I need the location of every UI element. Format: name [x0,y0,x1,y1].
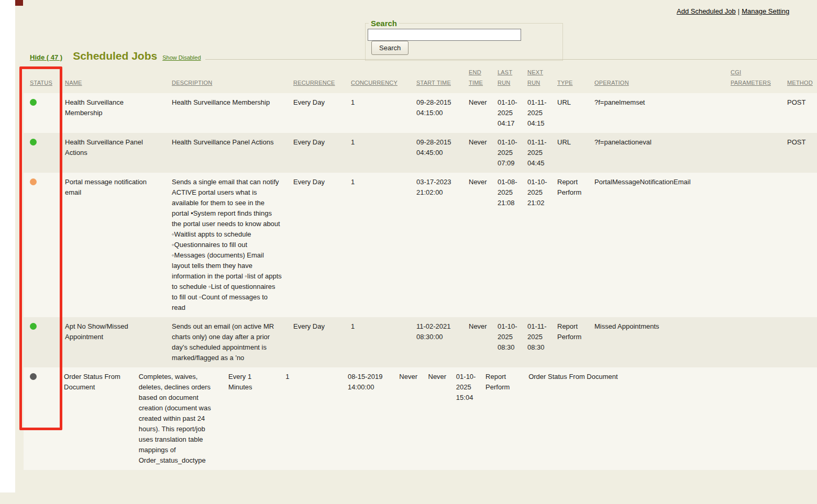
concurrency-cell: 1 [345,173,410,192]
add-scheduled-job-link[interactable]: Add Scheduled Job [677,7,736,15]
col-header-next-run: NEXT RUN [521,63,551,92]
col-header-description: DESCRIPTION [165,73,287,92]
recurrence-cell: Every Day [287,173,345,192]
scheduled-jobs-page: Add Scheduled Job|Manage Setting Search … [0,0,817,504]
status-cell [24,173,59,193]
fieldset-border-line [205,59,817,60]
table-row: Health Surveillance Panel Actions Health… [24,133,817,173]
recurrence-cell: Every 1 Minutes [222,367,279,397]
next-run-cell: 01-10-2025 21:02 [521,173,551,212]
scheduled-jobs-header: Hide ( 47 ) Scheduled Jobs Show Disabled [24,50,817,62]
status-cell [24,317,59,337]
start-time-cell: 03-17-2023 21:02:00 [410,173,462,202]
concurrency-cell: 1 [345,317,410,336]
type-cell: Report Perform [551,173,588,202]
col-header-cgi-parameters: CGI PARAMETERS [724,63,781,92]
last-run-cell: Never [422,367,450,386]
table-row: Apt No Show/Missed Appointment Sends out… [24,317,817,367]
status-dot[interactable] [30,139,37,145]
next-run-cell: 01-11-2025 04:45 [521,133,551,173]
status-dot[interactable] [30,178,37,185]
cgi-parameters-cell [724,133,781,141]
type-cell: Report Perform [551,317,588,346]
cgi-parameters-cell [733,367,788,376]
concurrency-cell: 1 [345,93,410,112]
col-header-end-time: END TIME [462,63,491,92]
page-title: Scheduled Jobs [73,50,157,62]
last-run-cell: 01-10-2025 07:09 [491,133,521,173]
recurrence-cell: Every Day [287,133,345,152]
table-row: Health Surveillance Membership Health Su… [24,93,817,133]
method-cell: POST [781,133,811,152]
start-time-cell: 09-28-2015 04:15:00 [410,93,462,122]
description-cell: Health Surveillance Panel Actions [165,133,287,152]
cgi-parameters-cell [724,173,781,181]
operation-cell: ?f=panelmemset [588,93,724,112]
table-row: Portal message notification email Sends … [24,173,817,317]
type-cell: Report Perform [479,367,522,397]
corner-marker [15,0,23,6]
next-run-cell: 01-11-2025 04:15 [521,93,551,133]
description-cell: Sends a single email that can notify ACT… [165,173,287,317]
status-cell [24,93,59,113]
col-header-method: METHOD [781,73,811,92]
start-time-cell: 08-15-2019 14:00:00 [341,367,393,397]
start-time-cell: 11-02-2021 08:30:00 [410,317,462,346]
end-time-cell: Never [462,173,491,192]
manage-settings-link[interactable]: Manage Setting [742,7,789,15]
last-run-cell: 01-10-2025 08:30 [491,317,521,357]
status-cell [24,133,59,153]
description-cell: Health Surveillance Membership [165,93,287,112]
method-cell [781,317,811,326]
end-time-cell: Never [462,133,491,152]
table-row: Order Status From Document Completes, wa… [24,367,817,470]
left-margin-strip [0,0,15,492]
next-run-cell: 01-11-2025 08:30 [521,317,551,357]
hide-count-link[interactable]: Hide ( 47 ) [30,53,62,61]
description-cell: Sends out an email (on active MR charts … [165,317,287,367]
operation-cell: PortalMessageNotificationEmail [588,173,724,192]
status-dot[interactable] [30,99,37,106]
col-header-recurrence: RECURRENCE [287,73,345,92]
col-header-operation: OPERATION [588,73,724,92]
start-time-cell: 09-28-2015 04:45:00 [410,133,462,162]
method-cell [788,367,817,376]
concurrency-cell: 1 [345,133,410,152]
show-disabled-link[interactable]: Show Disabled [162,54,201,61]
type-cell: URL [551,93,588,112]
operation-cell: Order Status From Document [522,367,733,386]
col-header-status: STATUS [24,73,59,92]
name-cell: Health Surveillance Membership [59,93,165,122]
col-header-name: NAME [59,73,165,92]
col-header-type: TYPE [551,73,588,92]
table-header-row: STATUS NAME DESCRIPTION RECURRENCE CONCU… [24,63,817,93]
recurrence-cell: Every Day [287,93,345,112]
header-action-links: Add Scheduled Job|Manage Setting [677,7,789,15]
cgi-parameters-cell [724,317,781,326]
search-panel-legend: Search [369,19,399,28]
status-cell [24,367,58,387]
name-cell: Apt No Show/Missed Appointment [59,317,165,346]
end-time-cell: Never [462,93,491,112]
recurrence-cell: Every Day [287,317,345,336]
col-header-last-run: LAST RUN [491,63,521,92]
name-cell: Health Surveillance Panel Actions [59,133,165,162]
operation-cell: ?f=panelactioneval [588,133,724,152]
operation-cell: Missed Appointments [588,317,724,336]
description-cell: Completes, waives, deletes, declines ord… [133,367,222,470]
next-run-cell: 01-10-2025 15:04 [450,367,479,407]
end-time-cell: Never [462,317,491,336]
col-header-start-time: START TIME [410,73,462,92]
name-cell: Portal message notification email [59,173,165,202]
col-header-concurrency: CONCURRENCY [345,73,410,92]
status-dot[interactable] [30,323,37,330]
cgi-parameters-cell [724,93,781,102]
link-separator: | [736,7,742,15]
scheduled-jobs-table: STATUS NAME DESCRIPTION RECURRENCE CONCU… [24,63,817,470]
status-dot[interactable] [30,373,37,380]
search-input[interactable] [368,29,521,41]
last-run-cell: 01-10-2025 04:17 [491,93,521,133]
concurrency-cell: 1 [279,367,341,386]
last-run-cell: 01-08-2025 21:08 [491,173,521,212]
name-cell: Order Status From Document [58,367,133,397]
